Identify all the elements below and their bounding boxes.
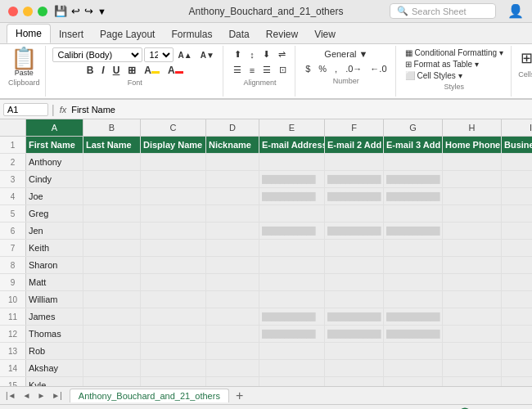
sheet-nav-first[interactable]: |◄ <box>3 390 19 401</box>
cell-8-2[interactable] <box>141 257 206 273</box>
sheet-nav-prev[interactable]: ◄ <box>20 390 34 401</box>
row-number[interactable]: 7 <box>0 240 26 256</box>
cell-5-6[interactable] <box>384 205 443 222</box>
percent-button[interactable]: % <box>315 62 330 75</box>
conditional-formatting-item[interactable]: ▦ Conditional Formatting ▾ <box>403 47 507 58</box>
cell-8-8[interactable] <box>502 257 532 273</box>
bold-button[interactable]: B <box>83 64 97 77</box>
header-cell-8[interactable]: Business Phone <box>502 137 532 153</box>
cell-3-8[interactable] <box>502 171 532 187</box>
cell-12-0[interactable]: Thomas <box>26 326 83 342</box>
cell-5-7[interactable] <box>443 205 502 222</box>
cell-5-2[interactable] <box>141 205 206 222</box>
cell-9-2[interactable] <box>141 274 206 290</box>
cell-10-0[interactable]: William <box>26 291 83 308</box>
cell-6-3[interactable] <box>206 222 259 239</box>
cell-4-8[interactable] <box>502 188 532 204</box>
cell-7-3[interactable] <box>206 240 259 256</box>
cell-10-4[interactable] <box>259 291 325 308</box>
cell-3-4[interactable]: ████████████ <box>259 171 325 187</box>
cell-12-6[interactable]: ████████████ <box>384 326 443 342</box>
cell-4-0[interactable]: Joe <box>26 188 83 204</box>
row-number[interactable]: 8 <box>0 257 26 273</box>
align-center-button[interactable]: ≡ <box>246 64 258 77</box>
cell-14-6[interactable] <box>384 360 443 376</box>
cell-15-1[interactable] <box>83 377 141 386</box>
cell-2-8[interactable] <box>502 154 532 170</box>
decrease-decimal-button[interactable]: ←.0 <box>367 62 390 75</box>
font-color-button[interactable]: A <box>165 64 187 77</box>
row-number[interactable]: 11 <box>0 308 26 325</box>
tab-home[interactable]: Home <box>7 24 51 43</box>
decrease-font-button[interactable]: A▼ <box>197 50 218 61</box>
cell-14-3[interactable] <box>206 360 259 376</box>
redo-icon[interactable]: ↪ <box>84 5 93 17</box>
row-number[interactable]: 1 <box>0 137 26 153</box>
cell-14-4[interactable] <box>259 360 325 376</box>
cell-15-3[interactable] <box>206 377 259 386</box>
add-sheet-button[interactable]: + <box>231 389 248 402</box>
cell-3-7[interactable] <box>443 171 502 187</box>
cell-13-5[interactable] <box>325 343 384 359</box>
cell-15-4[interactable] <box>259 377 325 386</box>
row-number[interactable]: 14 <box>0 360 26 376</box>
currency-button[interactable]: $ <box>302 62 313 75</box>
cell-13-3[interactable] <box>206 343 259 359</box>
merge-button[interactable]: ⊡ <box>276 63 290 77</box>
cell-14-0[interactable]: Akshay <box>26 360 83 376</box>
cell-8-5[interactable] <box>325 257 384 273</box>
cell-9-0[interactable]: Matt <box>26 274 83 290</box>
cell-15-2[interactable] <box>141 377 206 386</box>
cell-10-3[interactable] <box>206 291 259 308</box>
cell-3-5[interactable]: ████████████ <box>325 171 384 187</box>
col-header-d[interactable]: D <box>206 119 259 136</box>
comma-button[interactable]: , <box>331 62 340 75</box>
cell-reference-input[interactable] <box>3 103 48 116</box>
cell-7-5[interactable] <box>325 240 384 256</box>
cell-6-8[interactable] <box>502 222 532 239</box>
cell-4-5[interactable]: ████████████ <box>325 188 384 204</box>
cell-2-7[interactable] <box>443 154 502 170</box>
cell-4-6[interactable]: ████████████ <box>384 188 443 204</box>
cell-6-4[interactable]: ████████████ <box>259 222 325 239</box>
cell-14-8[interactable] <box>502 360 532 376</box>
col-header-i[interactable]: I <box>502 119 532 136</box>
cell-2-6[interactable] <box>384 154 443 170</box>
header-cell-3[interactable]: Nickname <box>206 137 259 153</box>
cell-4-4[interactable]: ████████████ <box>259 188 325 204</box>
align-right-button[interactable]: ☰ <box>259 63 274 77</box>
cell-6-7[interactable] <box>443 222 502 239</box>
tab-page-layout[interactable]: Page Layout <box>92 25 163 43</box>
cell-11-0[interactable]: James <box>26 308 83 325</box>
cell-12-1[interactable] <box>83 326 141 342</box>
row-number[interactable]: 5 <box>0 205 26 222</box>
cell-11-4[interactable]: ████████████ <box>259 308 325 325</box>
cell-2-1[interactable] <box>83 154 141 170</box>
cell-4-1[interactable] <box>83 188 141 204</box>
format-table-item[interactable]: ⊞ Format as Table ▾ <box>403 59 507 70</box>
cell-9-3[interactable] <box>206 274 259 290</box>
cell-8-3[interactable] <box>206 257 259 273</box>
align-middle-button[interactable]: ↕ <box>246 48 258 61</box>
cell-14-1[interactable] <box>83 360 141 376</box>
cell-7-0[interactable]: Keith <box>26 240 83 256</box>
cell-9-1[interactable] <box>83 274 141 290</box>
cell-12-5[interactable]: ████████████ <box>325 326 384 342</box>
cell-styles-item[interactable]: ⬜ Cell Styles ▾ <box>403 70 507 81</box>
header-cell-2[interactable]: Display Name <box>141 137 206 153</box>
cell-7-7[interactable] <box>443 240 502 256</box>
align-bottom-button[interactable]: ⬇ <box>259 47 273 61</box>
cell-13-7[interactable] <box>443 343 502 359</box>
formula-input[interactable] <box>71 105 529 115</box>
format-dropdown-button[interactable]: General ▼ <box>321 47 371 61</box>
align-left-button[interactable]: ☰ <box>230 63 245 77</box>
cell-11-8[interactable] <box>502 308 532 325</box>
increase-font-button[interactable]: A▲ <box>175 50 196 61</box>
row-number[interactable]: 13 <box>0 343 26 359</box>
cell-10-7[interactable] <box>443 291 502 308</box>
cell-12-7[interactable] <box>443 326 502 342</box>
cell-8-1[interactable] <box>83 257 141 273</box>
cell-6-0[interactable]: Jen <box>26 222 83 239</box>
cell-5-1[interactable] <box>83 205 141 222</box>
user-icon[interactable]: 👤 <box>507 3 524 19</box>
